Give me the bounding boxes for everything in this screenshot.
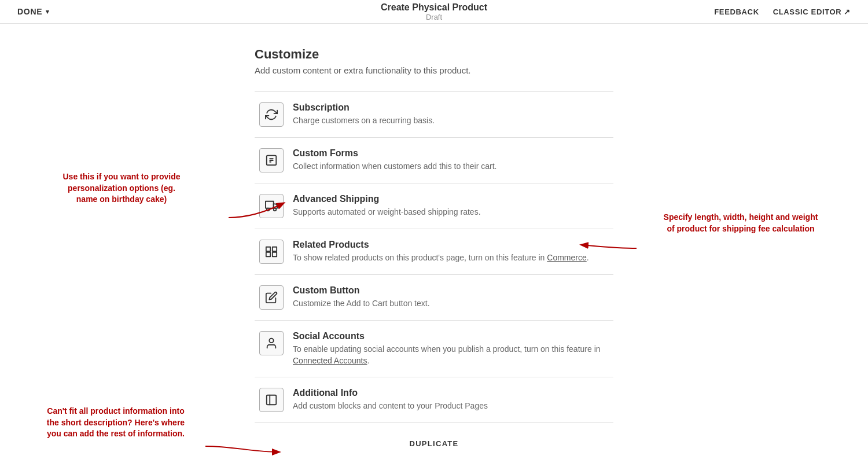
done-label: DONE	[17, 7, 42, 16]
item-additional-info[interactable]: Additional Info Add custom blocks and co…	[255, 377, 613, 423]
done-button[interactable]: DONE ▾	[17, 7, 50, 16]
related-products-name: Related Products	[293, 240, 609, 250]
item-related-products[interactable]: Related Products To show related product…	[255, 229, 613, 275]
subscription-desc: Charge customers on a recurring basis.	[293, 115, 609, 127]
subscription-text: Subscription Charge customers on a recur…	[293, 102, 609, 127]
commerce-link[interactable]: Commerce	[547, 253, 586, 262]
page-title: Create Physical Product	[381, 2, 487, 13]
main-content: Use this if you want to provide personal…	[0, 24, 868, 463]
feedback-button[interactable]: FEEDBACK	[714, 8, 759, 16]
subscription-name: Subscription	[293, 102, 609, 113]
duplicate-section: DUPLICATE	[255, 423, 613, 463]
svg-rect-10	[273, 247, 277, 251]
custom-button-desc: Customize the Add to Cart button text.	[293, 298, 609, 310]
custom-forms-desc: Collect information when customers add t…	[293, 161, 609, 172]
header: DONE ▾ Create Physical Product Draft FEE…	[0, 0, 868, 24]
annotation-advanced-shipping: Specify length, width, height and weight…	[660, 212, 822, 234]
annotation-additional-info: Can't fit all product information into t…	[35, 406, 197, 440]
social-accounts-name: Social Accounts	[293, 331, 609, 341]
item-custom-button[interactable]: Custom Button Customize the Add to Cart …	[255, 275, 613, 321]
advanced-shipping-text: Advanced Shipping Supports automated or …	[293, 194, 609, 218]
advanced-shipping-name: Advanced Shipping	[293, 194, 609, 204]
additional-info-desc: Add custom blocks and content to your Pr…	[293, 400, 609, 412]
item-social-accounts[interactable]: Social Accounts To enable updating socia…	[255, 321, 613, 377]
classic-editor-button[interactable]: CLASSIC EDITOR ↗	[773, 8, 851, 16]
content-wrapper: Use this if you want to provide personal…	[12, 47, 856, 463]
external-link-icon: ↗	[844, 8, 851, 16]
item-advanced-shipping[interactable]: Advanced Shipping Supports automated or …	[255, 183, 613, 229]
svg-rect-11	[266, 252, 270, 256]
svg-point-8	[274, 208, 277, 211]
custom-forms-name: Custom Forms	[293, 148, 609, 159]
subscription-icon	[259, 102, 284, 127]
custom-button-icon	[259, 285, 284, 310]
svg-marker-6	[274, 204, 277, 208]
additional-info-text: Additional Info Add custom blocks and co…	[293, 388, 609, 412]
header-center: Create Physical Product Draft	[381, 2, 487, 21]
page-subtitle: Draft	[381, 13, 487, 21]
item-custom-forms[interactable]: Custom Forms Collect information when cu…	[255, 138, 613, 183]
custom-button-name: Custom Button	[293, 285, 609, 296]
svg-point-13	[269, 339, 273, 343]
header-actions: FEEDBACK CLASSIC EDITOR ↗	[714, 8, 851, 16]
advanced-shipping-desc: Supports automated or weight-based shipp…	[293, 207, 609, 218]
custom-forms-icon	[259, 148, 284, 172]
svg-point-7	[267, 208, 270, 211]
social-accounts-icon	[259, 331, 284, 355]
svg-rect-12	[273, 252, 277, 256]
section-title: Customize	[255, 47, 613, 62]
additional-info-icon	[259, 388, 284, 412]
section-subtitle: Add custom content or extra functionalit…	[255, 65, 613, 75]
annotation-custom-forms: Use this if you want to provide personal…	[46, 171, 197, 205]
svg-rect-5	[266, 201, 274, 208]
related-products-desc: To show related products on this product…	[293, 252, 609, 264]
related-products-text: Related Products To show related product…	[293, 240, 609, 264]
chevron-down-icon: ▾	[46, 8, 50, 16]
social-accounts-desc: To enable updating social accounts when …	[293, 344, 609, 366]
custom-button-text: Custom Button Customize the Add to Cart …	[293, 285, 609, 310]
items-list: Subscription Charge customers on a recur…	[255, 91, 613, 423]
svg-rect-14	[267, 395, 277, 405]
connected-accounts-link[interactable]: Connected Accounts	[293, 356, 367, 365]
related-products-icon	[259, 240, 284, 264]
duplicate-button[interactable]: DUPLICATE	[400, 435, 468, 453]
advanced-shipping-icon	[259, 194, 284, 218]
item-subscription[interactable]: Subscription Charge customers on a recur…	[255, 92, 613, 138]
additional-info-name: Additional Info	[293, 388, 609, 398]
custom-forms-text: Custom Forms Collect information when cu…	[293, 148, 609, 172]
social-accounts-text: Social Accounts To enable updating socia…	[293, 331, 609, 366]
center-panel: Customize Add custom content or extra fu…	[255, 47, 613, 463]
svg-rect-9	[266, 247, 270, 251]
